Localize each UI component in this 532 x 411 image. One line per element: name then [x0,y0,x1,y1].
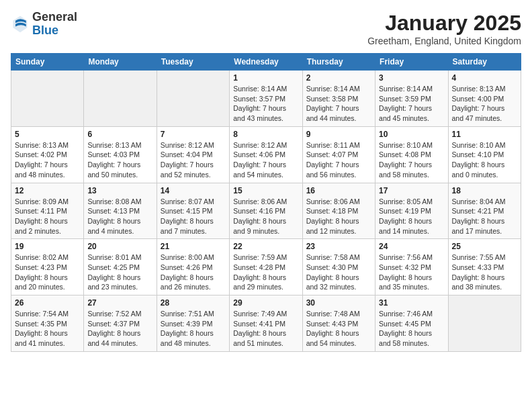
day-info: Sunrise: 8:07 AMSunset: 4:15 PMDaylight:… [161,197,226,236]
day-number: 13 [87,186,152,195]
week-row-1: 1Sunrise: 8:14 AMSunset: 3:57 PMDaylight… [11,71,521,127]
day-number: 31 [379,298,444,308]
day-info: Sunrise: 7:58 AMSunset: 4:30 PMDaylight:… [306,253,371,292]
day-info: Sunrise: 7:49 AMSunset: 4:41 PMDaylight:… [233,309,298,349]
day-header-thursday: Thursday [302,54,375,71]
calendar-cell: 16Sunrise: 8:06 AMSunset: 4:18 PMDayligh… [302,183,375,239]
day-info: Sunrise: 8:13 AMSunset: 4:00 PMDaylight:… [452,84,517,124]
day-info: Sunrise: 8:14 AMSunset: 3:58 PMDaylight:… [306,84,371,124]
day-number: 6 [87,130,152,139]
calendar-cell: 24Sunrise: 7:56 AMSunset: 4:32 PMDayligh… [375,239,448,295]
day-info: Sunrise: 8:10 AMSunset: 4:10 PMDaylight:… [452,140,517,180]
day-number: 16 [306,186,371,195]
day-number: 20 [87,242,152,251]
day-info: Sunrise: 8:14 AMSunset: 3:59 PMDaylight:… [379,84,444,124]
calendar-subtitle: Greetham, England, United Kingdom [367,36,521,46]
calendar-cell: 11Sunrise: 8:10 AMSunset: 4:10 PMDayligh… [448,126,521,183]
calendar-cell: 27Sunrise: 7:52 AMSunset: 4:37 PMDayligh… [84,295,157,352]
day-header-saturday: Saturday [448,54,521,71]
day-number: 28 [161,298,226,308]
day-number: 4 [452,73,517,83]
day-info: Sunrise: 8:06 AMSunset: 4:18 PMDaylight:… [306,197,371,236]
day-info: Sunrise: 7:46 AMSunset: 4:45 PMDaylight:… [379,309,444,349]
calendar-cell: 26Sunrise: 7:54 AMSunset: 4:35 PMDayligh… [11,295,84,352]
day-number: 3 [379,73,444,83]
day-header-sunday: Sunday [11,54,84,71]
calendar-cell: 29Sunrise: 7:49 AMSunset: 4:41 PMDayligh… [230,295,302,352]
calendar-body: 1Sunrise: 8:14 AMSunset: 3:57 PMDaylight… [11,71,521,352]
calendar-cell: 15Sunrise: 8:06 AMSunset: 4:16 PMDayligh… [230,183,302,239]
calendar-cell: 20Sunrise: 8:01 AMSunset: 4:25 PMDayligh… [84,239,157,295]
calendar-table: SundayMondayTuesdayWednesdayThursdayFrid… [11,53,521,352]
calendar-cell: 17Sunrise: 8:05 AMSunset: 4:19 PMDayligh… [375,183,448,239]
day-info: Sunrise: 8:13 AMSunset: 4:02 PMDaylight:… [15,140,80,180]
calendar-cell [84,71,157,127]
calendar-cell: 19Sunrise: 8:02 AMSunset: 4:23 PMDayligh… [11,239,84,295]
day-info: Sunrise: 8:09 AMSunset: 4:11 PMDaylight:… [15,197,80,236]
day-info: Sunrise: 8:10 AMSunset: 4:08 PMDaylight:… [379,140,444,180]
calendar-cell: 22Sunrise: 7:59 AMSunset: 4:28 PMDayligh… [230,239,302,295]
day-info: Sunrise: 8:00 AMSunset: 4:26 PMDaylight:… [161,253,226,292]
day-info: Sunrise: 7:52 AMSunset: 4:37 PMDaylight:… [87,309,152,349]
day-number: 9 [306,130,371,139]
day-info: Sunrise: 8:13 AMSunset: 4:03 PMDaylight:… [87,140,152,180]
day-info: Sunrise: 8:14 AMSunset: 3:57 PMDaylight:… [233,84,298,124]
day-number: 22 [233,242,298,251]
calendar-cell: 28Sunrise: 7:51 AMSunset: 4:39 PMDayligh… [157,295,229,352]
day-number: 2 [306,73,371,83]
day-info: Sunrise: 8:11 AMSunset: 4:07 PMDaylight:… [306,140,371,180]
calendar-cell: 21Sunrise: 8:00 AMSunset: 4:26 PMDayligh… [157,239,229,295]
week-row-2: 5Sunrise: 8:13 AMSunset: 4:02 PMDaylight… [11,126,521,183]
logo-icon [11,15,30,34]
calendar-cell: 13Sunrise: 8:08 AMSunset: 4:13 PMDayligh… [84,183,157,239]
calendar-cell: 10Sunrise: 8:10 AMSunset: 4:08 PMDayligh… [375,126,448,183]
week-row-3: 12Sunrise: 8:09 AMSunset: 4:11 PMDayligh… [11,183,521,239]
day-number: 17 [379,186,444,195]
day-info: Sunrise: 7:48 AMSunset: 4:43 PMDaylight:… [306,309,371,349]
day-number: 25 [452,242,517,251]
logo-text: General Blue [32,11,77,38]
calendar-cell: 4Sunrise: 8:13 AMSunset: 4:00 PMDaylight… [448,71,521,127]
day-info: Sunrise: 8:02 AMSunset: 4:23 PMDaylight:… [15,253,80,292]
day-info: Sunrise: 8:04 AMSunset: 4:21 PMDaylight:… [452,197,517,236]
day-info: Sunrise: 8:08 AMSunset: 4:13 PMDaylight:… [87,197,152,236]
day-number: 15 [233,186,298,195]
day-header-friday: Friday [375,54,448,71]
day-info: Sunrise: 8:05 AMSunset: 4:19 PMDaylight:… [379,197,444,236]
day-info: Sunrise: 8:12 AMSunset: 4:06 PMDaylight:… [233,140,298,180]
calendar-cell: 8Sunrise: 8:12 AMSunset: 4:06 PMDaylight… [230,126,302,183]
day-number: 24 [379,242,444,251]
day-number: 26 [15,298,80,308]
day-number: 12 [15,186,80,195]
day-header-tuesday: Tuesday [157,54,229,71]
calendar-cell: 23Sunrise: 7:58 AMSunset: 4:30 PMDayligh… [302,239,375,295]
day-info: Sunrise: 7:56 AMSunset: 4:32 PMDaylight:… [379,253,444,292]
calendar-cell: 2Sunrise: 8:14 AMSunset: 3:58 PMDaylight… [302,71,375,127]
day-info: Sunrise: 7:51 AMSunset: 4:39 PMDaylight:… [161,309,226,349]
calendar-cell [448,295,521,352]
day-info: Sunrise: 8:01 AMSunset: 4:25 PMDaylight:… [87,253,152,292]
calendar-cell: 18Sunrise: 8:04 AMSunset: 4:21 PMDayligh… [448,183,521,239]
day-number: 8 [233,130,298,139]
day-number: 5 [15,130,80,139]
day-number: 18 [452,186,517,195]
day-number: 14 [161,186,226,195]
day-number: 11 [452,130,517,139]
day-info: Sunrise: 8:12 AMSunset: 4:04 PMDaylight:… [161,140,226,180]
day-number: 29 [233,298,298,308]
day-number: 19 [15,242,80,251]
week-row-5: 26Sunrise: 7:54 AMSunset: 4:35 PMDayligh… [11,295,521,352]
day-number: 7 [161,130,226,139]
calendar-cell: 9Sunrise: 8:11 AMSunset: 4:07 PMDaylight… [302,126,375,183]
calendar-cell: 6Sunrise: 8:13 AMSunset: 4:03 PMDaylight… [84,126,157,183]
day-number: 10 [379,130,444,139]
day-number: 27 [87,298,152,308]
calendar-cell: 25Sunrise: 7:55 AMSunset: 4:33 PMDayligh… [448,239,521,295]
calendar-cell [157,71,229,127]
day-info: Sunrise: 7:54 AMSunset: 4:35 PMDaylight:… [15,309,80,349]
calendar-cell: 12Sunrise: 8:09 AMSunset: 4:11 PMDayligh… [11,183,84,239]
calendar-cell [11,71,84,127]
calendar-cell: 14Sunrise: 8:07 AMSunset: 4:15 PMDayligh… [157,183,229,239]
calendar-title: January 2025 [367,11,521,36]
day-header-wednesday: Wednesday [230,54,302,71]
